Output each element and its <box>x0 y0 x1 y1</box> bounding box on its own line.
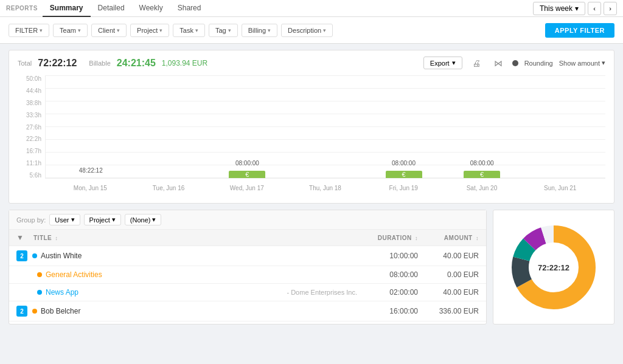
tab-weekly[interactable]: Weekly <box>132 0 170 17</box>
col-duration-header[interactable]: DURATION ↕ <box>357 235 418 241</box>
period-selector[interactable]: This week ▾ <box>533 2 585 15</box>
chart-plot: 48:22:12 08:00:00 € <box>45 75 605 179</box>
next-period-button[interactable]: › <box>604 2 617 15</box>
row-title: Bob Belcher <box>41 307 357 315</box>
row-amount: 0.00 EUR <box>418 270 479 279</box>
chart-header: Total 72:22:12 Billable 24:21:45 1,093.9… <box>18 57 605 69</box>
filter-task-button[interactable]: Task ▾ <box>173 24 205 37</box>
row-duration: 16:00:00 <box>357 307 418 315</box>
header-expand: ▼ <box>16 233 29 242</box>
row-dot <box>37 290 42 295</box>
table-row[interactable]: 2 Austin White 10:00:00 40.00 EUR <box>9 246 486 266</box>
group-by-row: Group by: User ▾ Project ▾ (None) ▾ <box>9 210 486 230</box>
billable-amount: 1,093.94 EUR <box>162 59 207 67</box>
bars-container: 48:22:12 08:00:00 € <box>46 75 605 178</box>
total-label: Total <box>18 60 32 67</box>
row-title: News App <box>46 288 284 297</box>
filter-billing-button[interactable]: Billing ▾ <box>242 24 277 37</box>
billable-label: Billable <box>89 60 110 67</box>
row-subtitle: - Dome Enterprises Inc. <box>287 289 357 296</box>
row-amount: 40.00 EUR <box>418 288 479 297</box>
table-section: Group by: User ▾ Project ▾ (None) ▾ ▼ <box>9 210 487 325</box>
share-button[interactable]: ⋈ <box>490 57 506 69</box>
table-header: ▼ TITLE ↕ DURATION ↕ AMOUNT ↕ <box>9 230 486 246</box>
y-axis: 50:0h 44:4h 38:8h 33:3h 27:6h 22:2h 16:7… <box>18 75 45 179</box>
bottom-section: Group by: User ▾ Project ▾ (None) ▾ ▼ <box>9 210 614 325</box>
row-title: General Activities <box>46 270 357 279</box>
reports-label: REPORTS <box>6 5 38 12</box>
show-amount-button[interactable]: Show amount ▾ <box>559 59 605 67</box>
row-dot <box>32 253 37 258</box>
row-duration: 10:00:00 <box>357 252 418 260</box>
row-title: Austin White <box>41 252 357 260</box>
col-title-header[interactable]: TITLE ↕ <box>33 235 357 241</box>
bar-fri-rect[interactable]: 08:00:00 € <box>386 171 422 178</box>
chart-toolbar: Export ▾ 🖨 ⋈ Rounding Show amount ▾ <box>423 57 605 69</box>
col-amount-header[interactable]: AMOUNT ↕ <box>418 235 479 241</box>
user-badge: 2 <box>16 250 27 261</box>
chart-section: Total 72:22:12 Billable 24:21:45 1,093.9… <box>9 50 614 204</box>
group-by-none-select[interactable]: (None) ▾ <box>125 214 162 225</box>
bar-fri: 08:00:00 € <box>380 171 428 178</box>
group-by-label: Group by: <box>16 216 46 224</box>
bar-wed: 08:00:00 € <box>223 171 271 178</box>
bar-sat: 08:00:00 € <box>458 171 506 178</box>
donut-center-label: 72:22:12 <box>538 263 569 272</box>
donut-section: 72:22:12 <box>493 210 614 325</box>
top-nav: REPORTS Summary Detailed Weekly Shared T… <box>0 0 623 17</box>
group-by-project-select[interactable]: Project ▾ <box>84 214 121 225</box>
user-badge: 2 <box>16 306 27 317</box>
filter-description-button[interactable]: Description ▾ <box>281 24 333 37</box>
export-button[interactable]: Export ▾ <box>423 57 462 69</box>
filter-team-button[interactable]: Team ▾ <box>53 24 88 37</box>
row-amount: 336.00 EUR <box>418 307 479 315</box>
row-dot <box>32 309 37 314</box>
table-row[interactable]: 2 Bob Belcher 16:00:00 336.00 EUR <box>9 301 486 321</box>
apply-filter-button[interactable]: APPLY FILTER <box>545 23 614 38</box>
filter-project-button[interactable]: Project ▾ <box>130 24 169 37</box>
prev-period-button[interactable]: ‹ <box>588 2 601 15</box>
rounding-label: Rounding <box>524 60 553 67</box>
tab-detailed[interactable]: Detailed <box>91 0 132 17</box>
print-button[interactable]: 🖨 <box>468 57 484 69</box>
filter-main-button[interactable]: FILTER ▾ <box>9 24 49 37</box>
rounding-dot <box>512 60 518 66</box>
row-amount: 40.00 EUR <box>418 252 479 260</box>
donut-chart: 72:22:12 <box>505 219 602 316</box>
bar-wed-rect[interactable]: 08:00:00 € <box>229 171 265 178</box>
chart-area: 50:0h 44:4h 38:8h 33:3h 27:6h 22:2h 16:7… <box>18 75 605 197</box>
total-time: 72:22:12 <box>38 58 77 69</box>
billable-time: 24:21:45 <box>117 58 156 69</box>
tab-shared[interactable]: Shared <box>170 0 209 17</box>
x-axis: Mon, Jun 15 Tue, Jun 16 Wed, Jun 17 Thu,… <box>45 179 605 197</box>
table-row[interactable]: News App - Dome Enterprises Inc. 02:00:0… <box>9 284 486 301</box>
bar-sat-rect[interactable]: 08:00:00 € <box>464 171 500 178</box>
tab-summary[interactable]: Summary <box>43 0 91 17</box>
row-dot <box>37 272 42 277</box>
filter-client-button[interactable]: Client ▾ <box>91 24 127 37</box>
filter-tag-button[interactable]: Tag ▾ <box>209 24 238 37</box>
main-content: Total 72:22:12 Billable 24:21:45 1,093.9… <box>0 44 623 331</box>
period-controls: This week ▾ ‹ › <box>533 2 617 15</box>
row-duration: 02:00:00 <box>357 288 418 297</box>
table-row[interactable]: General Activities 08:00:00 0.00 EUR <box>9 266 486 284</box>
filter-row: FILTER ▾ Team ▾ Client ▾ Project ▾ Task … <box>0 17 623 44</box>
row-duration: 08:00:00 <box>357 270 418 279</box>
group-by-user-select[interactable]: User ▾ <box>49 214 80 225</box>
